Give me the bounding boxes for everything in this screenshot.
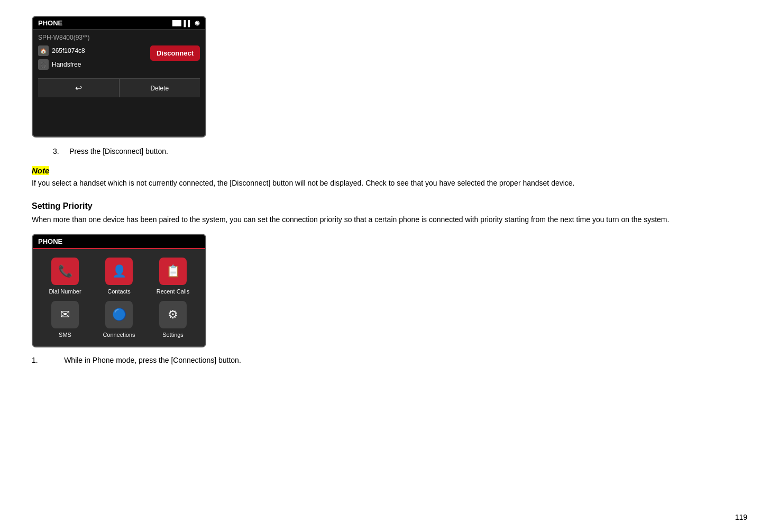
page-number: 119 [735, 513, 747, 521]
phone-footer: ↩ Delete [38, 78, 200, 97]
handsfree-icon: 🎧 [38, 59, 49, 70]
step-3-text: Press the [Disconnect] button. [69, 147, 168, 155]
contacts-icon: 👤 [105, 258, 133, 285]
settings-icon: ⚙ [159, 301, 187, 328]
step-3: 3. Press the [Disconnect] button. [53, 147, 747, 155]
menu-dial-number[interactable]: 📞 Dial Number [38, 258, 92, 295]
menu-recent-calls[interactable]: 📋 Recent Calls [146, 258, 200, 295]
note-text: If you select a handset which is not cur… [32, 178, 747, 189]
phone-screen-2-header: PHONE [33, 235, 205, 249]
note-section: Note If you select a handset which is no… [32, 166, 747, 189]
menu-contacts[interactable]: 👤 Contacts [92, 258, 146, 295]
phone-info-section: 🏠 265f1074c8 🎧 Handsfree Disconnect [38, 45, 200, 70]
step-1-number: 1. [32, 356, 48, 364]
menu-settings[interactable]: ⚙ Settings [146, 301, 200, 338]
step-3-number: 3. [53, 147, 59, 155]
phone-menu-grid: 📞 Dial Number 👤 Contacts 📋 Recent Calls … [33, 249, 205, 346]
connections-label: Connections [103, 332, 135, 338]
signal-icon: ▌▌ [184, 20, 192, 26]
phone-device-name: SPH-W8400(93**) [38, 34, 200, 41]
sms-icon: ✉ [51, 301, 79, 328]
step-1-text: While in Phone mode, press the [Connecti… [64, 356, 241, 364]
contacts-label: Contacts [107, 288, 130, 295]
disconnect-button[interactable]: Disconnect [150, 45, 200, 61]
address-icon: 🏠 [38, 45, 49, 56]
address-row: 🏠 265f1074c8 [38, 45, 85, 56]
phone-screen-1: PHONE ▇▇ ▌▌ ◉ SPH-W8400(93**) 🏠 265f1074… [32, 16, 206, 137]
step-1: 1. While in Phone mode, press the [Conne… [32, 356, 747, 364]
note-title-wrapper: Note [32, 166, 747, 175]
setting-priority-text: When more than one device has been paire… [32, 214, 747, 225]
recent-calls-label: Recent Calls [157, 288, 189, 295]
phone-header-icons: ▇▇ ▌▌ ◉ [172, 20, 200, 26]
device-row: 🎧 Handsfree [38, 59, 85, 70]
phone-screen-2: PHONE 📞 Dial Number 👤 Contacts 📋 Recent … [32, 234, 206, 347]
setting-priority-title: Setting Priority [32, 201, 747, 211]
menu-connections[interactable]: 🔵 Connections [92, 301, 146, 338]
phone-left-info: 🏠 265f1074c8 🎧 Handsfree [38, 45, 85, 70]
bluetooth-icon: ◉ [195, 20, 200, 26]
address-text: 265f1074c8 [52, 47, 85, 54]
menu-sms[interactable]: ✉ SMS [38, 301, 92, 338]
recent-calls-icon: 📋 [159, 258, 187, 285]
connections-icon: 🔵 [105, 301, 133, 328]
delete-button[interactable]: Delete [120, 79, 200, 97]
dial-number-icon: 📞 [51, 258, 79, 285]
settings-label: Settings [162, 332, 184, 338]
phone-screen-1-body: SPH-W8400(93**) 🏠 265f1074c8 🎧 Handsfree… [33, 30, 205, 102]
sms-label: SMS [59, 332, 71, 338]
dial-number-label: Dial Number [49, 288, 81, 295]
battery-icon: ▇▇ [172, 20, 181, 26]
back-button[interactable]: ↩ [38, 79, 120, 97]
page-container: PHONE ▇▇ ▌▌ ◉ SPH-W8400(93**) 🏠 265f1074… [0, 0, 779, 532]
phone-header-title: PHONE [38, 19, 62, 27]
note-title: Note [32, 166, 49, 175]
phone-screen-1-header: PHONE ▇▇ ▌▌ ◉ [33, 17, 205, 30]
device-text: Handsfree [52, 61, 81, 68]
